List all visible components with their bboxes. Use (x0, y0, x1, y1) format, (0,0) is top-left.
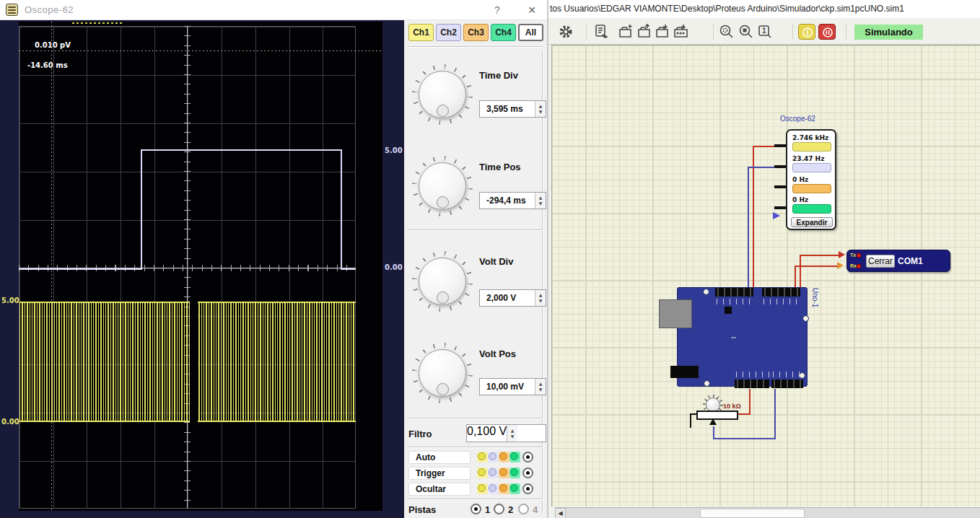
trigger-ch4-button[interactable] (509, 467, 520, 478)
channel-button-ch3[interactable]: Ch3 (463, 24, 489, 41)
zoom-area-icon[interactable] (738, 23, 755, 40)
proteus-titlebar[interactable]: tos Usuarios\EDGAR VIAMONTE\Desktop\Prot… (548, 0, 980, 18)
ocultar-ch3-button[interactable] (499, 483, 509, 494)
wire-red-pot[interactable] (749, 389, 751, 415)
analog-header[interactable] (771, 379, 803, 388)
folder-up-icon[interactable] (636, 23, 654, 40)
probe-pin-c[interactable] (774, 185, 786, 188)
ocultar-radio[interactable] (522, 483, 533, 494)
wire-blue-ch2[interactable] (748, 167, 776, 168)
com-port-name: COM1 (898, 256, 923, 266)
probe-ch3-freq: 0 Hz (792, 176, 808, 183)
settings-gear-icon[interactable] (557, 23, 574, 40)
auto-ch2-button[interactable] (488, 452, 499, 462)
time-pos-label: Time Pos (479, 162, 521, 172)
cerrar-button[interactable]: Cerrar (866, 255, 895, 268)
scope-window-title: Oscope-62 (25, 4, 74, 15)
zoom-100-icon[interactable]: 1 (756, 23, 774, 40)
pistas-label: Pistas (408, 504, 436, 515)
digital-header-2[interactable] (762, 288, 800, 297)
wire-red-tx[interactable] (800, 255, 839, 256)
scroll-left-icon[interactable]: ◀ (555, 508, 566, 518)
auto-ch4-button[interactable] (509, 452, 520, 462)
volt-pos-label: Volt Pos (479, 348, 516, 359)
folder-down-icon[interactable] (655, 23, 672, 40)
pause-simulation-button[interactable] (818, 24, 836, 40)
volt-pos-knob[interactable] (412, 343, 473, 403)
time-pos-spinner[interactable]: ▲▼ (535, 193, 546, 208)
spinner-up-icon: ▲ (539, 195, 543, 201)
channel-button-all[interactable]: All (518, 24, 543, 41)
spinner-down-icon: ▼ (511, 434, 515, 439)
help-button[interactable]: ? (486, 3, 508, 17)
pistas-option-1: 1 (485, 504, 490, 515)
tx-arrow-icon (839, 251, 845, 258)
volt-div-value[interactable]: 2,000 V ▲▼ (479, 289, 546, 307)
time-div-value[interactable]: 3,595 ms ▲▼ (479, 100, 546, 118)
pistas-radio-4[interactable] (518, 504, 529, 514)
folder-new-icon[interactable] (618, 23, 635, 40)
pistas-radio-1[interactable] (471, 504, 481, 514)
horizontal-scrollbar[interactable]: ◀ (555, 507, 980, 518)
power-header[interactable] (735, 379, 769, 388)
channel-button-ch2[interactable]: Ch2 (436, 24, 461, 41)
wire-red-rx[interactable] (795, 265, 838, 267)
auto-row: Auto (408, 451, 543, 464)
ocultar-ch2-button[interactable] (488, 483, 499, 494)
channel-button-ch4[interactable]: Ch4 (491, 24, 516, 41)
time-pos-knob[interactable] (412, 156, 473, 216)
run-simulation-button[interactable] (798, 24, 815, 40)
auto-radio[interactable] (522, 452, 533, 462)
cursor-voltage-readout: 0.010 pV (35, 41, 71, 49)
time-div-spinner[interactable]: ▲▼ (535, 101, 546, 117)
auto-ch1-button[interactable] (477, 452, 488, 462)
channel-button-ch1[interactable]: Ch1 (408, 24, 434, 41)
edit-script-icon[interactable] (593, 23, 611, 40)
probe-pin-a[interactable] (774, 144, 786, 147)
probe-ch4-bar (792, 204, 831, 214)
wire-red-ch1[interactable] (753, 146, 776, 147)
probe-pin-d[interactable] (774, 206, 786, 209)
ocultar-ch4-button[interactable] (509, 483, 520, 494)
digital-header-1[interactable] (715, 288, 753, 297)
arduino-ref-label: Uno-1 (811, 288, 819, 307)
scope-titlebar[interactable]: Oscope-62 ? ✕ (0, 0, 547, 20)
expand-button[interactable]: Expandir (791, 217, 833, 227)
probe-pin-b[interactable] (774, 165, 786, 168)
proteus-toolbar: 1 Simulando (548, 18, 980, 45)
auto-ch3-button[interactable] (499, 452, 509, 462)
volt-div-spinner[interactable]: ▲▼ (535, 290, 546, 306)
spinner-down-icon: ▼ (539, 201, 543, 206)
time-div-knob[interactable] (412, 64, 473, 125)
zoom-fit-icon[interactable] (718, 23, 735, 40)
oscilloscope-probe-box[interactable]: 2.746 kHz 23.47 Hz 0 Hz 0 Hz Expandir (786, 129, 836, 230)
spinner-down-icon: ▼ (539, 298, 543, 304)
ocultar-ch1-button[interactable] (477, 483, 488, 494)
filter-value[interactable]: 0,100 V ▲▼ (466, 424, 546, 442)
pistas-radio-2[interactable] (494, 504, 504, 514)
trigger-ch3-button[interactable] (499, 467, 509, 478)
scrollbar-thumb[interactable] (700, 509, 805, 518)
pistas-option-4: 4 (533, 504, 538, 515)
trigger-ch1-button[interactable] (477, 467, 488, 478)
potentiometer-wiper-icon (709, 418, 717, 425)
filter-spinner[interactable]: ▲▼ (507, 425, 517, 442)
volt-pos-spinner[interactable]: ▲▼ (535, 379, 546, 395)
volt-div-knob[interactable] (412, 251, 473, 312)
scope-control-panel: Ch1 Ch2 Ch3 Ch4 All Time Div 3,595 ms ▲▼… (404, 20, 547, 518)
probe-blue-arrow-icon (773, 212, 780, 219)
trigger-radio[interactable] (522, 467, 533, 478)
spinner-up-icon: ▲ (539, 292, 543, 298)
tx-pin-label: Tx (850, 253, 856, 258)
probe-ch2-bar (792, 163, 831, 172)
folder-more-icon[interactable] (673, 23, 690, 40)
rx-arrow-icon (837, 262, 844, 269)
com-port-component[interactable]: Tx Rx Cerrar COM1 (846, 250, 950, 272)
close-button[interactable]: ✕ (521, 3, 543, 17)
schematic-canvas[interactable]: Oscope-62 2.746 kHz 23.47 Hz 0 Hz 0 Hz E… (551, 45, 980, 506)
ch2-waveform (19, 22, 382, 511)
volt-pos-value[interactable]: 10,00 mV ▲▼ (479, 378, 546, 395)
time-pos-value[interactable]: -294,4 ms ▲▼ (479, 192, 546, 209)
potentiometer-body[interactable] (696, 411, 738, 420)
trigger-ch2-button[interactable] (488, 467, 499, 478)
